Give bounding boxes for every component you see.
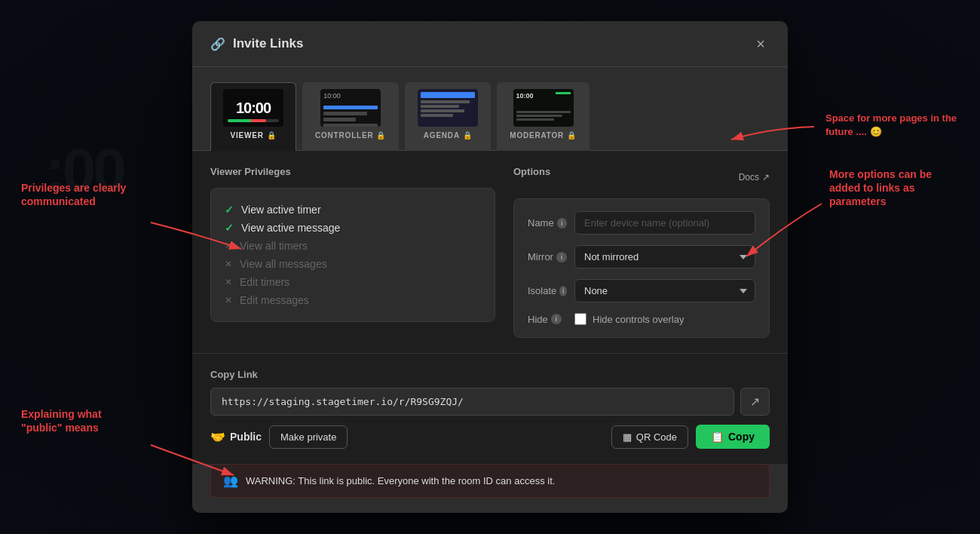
public-icon: 🤝 bbox=[210, 430, 225, 444]
controller-lock-icon: 🔒 bbox=[376, 131, 386, 140]
mod-rows bbox=[516, 111, 571, 122]
docs-link[interactable]: Docs ↗ bbox=[739, 172, 770, 183]
copy-icon: 📋 bbox=[711, 431, 724, 443]
options-box: Name i Mirror i Not mirrored Mirrored bbox=[513, 198, 770, 338]
ctrl-row3 bbox=[323, 118, 356, 121]
tab-moderator-label: MODERATOR 🔒 bbox=[510, 131, 577, 140]
name-info-icon[interactable]: i bbox=[557, 218, 567, 229]
modal-title-text: Invite Links bbox=[233, 36, 304, 51]
viewer-time-display: 10:00 bbox=[236, 100, 271, 115]
right-actions: ▦ QR Code 📋 Copy bbox=[611, 425, 770, 449]
invite-links-modal: 🔗 Invite Links × 10:00 VIEWER 🔒 10:00 bbox=[192, 21, 788, 513]
option-row-mirror: Mirror i Not mirrored Mirrored bbox=[528, 245, 755, 269]
copy-link-title: Copy Link bbox=[210, 369, 770, 380]
priv-text-1: View active message bbox=[241, 222, 340, 234]
agenda-row1 bbox=[421, 100, 470, 103]
modal-header: 🔗 Invite Links × bbox=[192, 21, 788, 67]
priv-check-0: ✓ bbox=[225, 204, 234, 216]
hide-label: Hide i bbox=[528, 314, 567, 325]
tab-moderator-thumbnail: 10:00 bbox=[513, 89, 574, 127]
priv-text-3: View all messages bbox=[240, 258, 327, 270]
open-link-button[interactable]: ↗ bbox=[740, 388, 770, 416]
hide-info-icon[interactable]: i bbox=[551, 314, 562, 324]
priv-text-2: View all timers bbox=[240, 240, 308, 252]
qr-icon: ▦ bbox=[623, 431, 632, 443]
public-label: Public bbox=[230, 431, 262, 443]
priv-x-2: ✕ bbox=[225, 241, 232, 251]
ctrl-row4 bbox=[323, 124, 378, 127]
hide-checkbox-row: Hide controls overlay bbox=[574, 313, 684, 325]
public-section: 🤝 Public Make private bbox=[210, 425, 348, 449]
annotation-privileges: Privileges are clearly communicated bbox=[21, 181, 142, 208]
mod-row3 bbox=[516, 118, 554, 121]
priv-item-5: ✕ Edit messages bbox=[225, 291, 481, 309]
tab-controller-label: CONTROLLER 🔒 bbox=[315, 131, 386, 140]
external-icon: ↗ bbox=[762, 172, 770, 183]
tab-bar: 10:00 VIEWER 🔒 10:00 bbox=[192, 67, 788, 151]
priv-item-2: ✕ View all timers bbox=[225, 237, 481, 255]
priv-x-3: ✕ bbox=[225, 259, 232, 269]
priv-x-4: ✕ bbox=[225, 277, 232, 287]
option-row-hide: Hide i Hide controls overlay bbox=[528, 313, 755, 325]
copy-link-section: Copy Link ↗ 🤝 Public Make private ▦ QR C… bbox=[192, 353, 788, 464]
tab-agenda-label: AGENDA 🔒 bbox=[424, 131, 473, 140]
mirror-info-icon[interactable]: i bbox=[556, 252, 567, 262]
tab-viewer-label: VIEWER 🔒 bbox=[230, 131, 276, 140]
warning-icon: 👥 bbox=[223, 474, 238, 488]
hide-checkbox[interactable] bbox=[574, 313, 586, 325]
options-panel: Options Docs ↗ Name i bbox=[513, 166, 770, 338]
viewer-progress-bar bbox=[228, 119, 279, 122]
name-input[interactable] bbox=[574, 211, 755, 235]
isolate-info-icon[interactable]: i bbox=[559, 286, 567, 296]
agenda-highlight bbox=[421, 92, 475, 98]
link-icon: 🔗 bbox=[210, 37, 225, 51]
tab-controller[interactable]: 10:00 CONTROLLER 🔒 bbox=[302, 82, 399, 151]
tab-agenda[interactable]: AGENDA 🔒 bbox=[405, 82, 491, 151]
tab-viewer[interactable]: 10:00 VIEWER 🔒 bbox=[210, 82, 296, 151]
tab-viewer-thumbnail: 10:00 bbox=[223, 89, 283, 127]
mod-row2 bbox=[516, 115, 562, 117]
tab-moderator[interactable]: 10:00 MODERATOR 🔒 bbox=[497, 82, 590, 151]
controller-time-small: 10:00 bbox=[323, 92, 341, 100]
mirror-label: Mirror i bbox=[528, 251, 567, 262]
isolate-label: Isolate i bbox=[528, 285, 567, 296]
warning-banner: 👥 WARNING: This link is public. Everyone… bbox=[210, 464, 770, 498]
options-title: Options bbox=[513, 166, 550, 177]
external-link-icon: ↗ bbox=[750, 394, 760, 409]
privileges-box: ✓ View active timer ✓ View active messag… bbox=[210, 188, 495, 322]
annotation-more-options: More options can be added to links as pa… bbox=[829, 167, 957, 209]
copy-button[interactable]: 📋 Copy bbox=[696, 425, 770, 449]
qr-label: QR Code bbox=[636, 431, 677, 443]
agenda-lock-icon: 🔒 bbox=[463, 131, 473, 140]
mod-bar bbox=[556, 92, 571, 94]
mirror-select[interactable]: Not mirrored Mirrored bbox=[574, 245, 755, 269]
hide-checkbox-label: Hide controls overlay bbox=[593, 314, 684, 325]
annotation-future: Space for more pages in the future .... … bbox=[825, 112, 957, 139]
moderator-lock-icon: 🔒 bbox=[567, 131, 577, 140]
isolate-select[interactable]: None Group 1 Group 2 bbox=[574, 279, 755, 302]
priv-item-0: ✓ View active timer bbox=[225, 201, 481, 219]
privileges-title: Viewer Privileges bbox=[210, 166, 495, 177]
agenda-row2 bbox=[421, 105, 458, 108]
tab-controller-thumbnail: 10:00 bbox=[320, 89, 381, 127]
modal-close-button[interactable]: × bbox=[752, 35, 770, 53]
ctrl-row1 bbox=[323, 106, 378, 109]
priv-item-1: ✓ View active message bbox=[225, 219, 481, 237]
qr-code-button[interactable]: ▦ QR Code bbox=[611, 425, 688, 449]
priv-x-5: ✕ bbox=[225, 295, 232, 305]
name-label: Name i bbox=[528, 217, 567, 229]
priv-item-4: ✕ Edit timers bbox=[225, 273, 481, 291]
public-badge: 🤝 Public bbox=[210, 430, 262, 444]
annotation-explaining: Explaining what "public" means bbox=[21, 407, 142, 434]
tab-agenda-thumbnail bbox=[418, 89, 478, 127]
link-url-input[interactable] bbox=[210, 388, 734, 416]
option-row-name: Name i bbox=[528, 211, 755, 235]
priv-item-3: ✕ View all messages bbox=[225, 255, 481, 273]
viewer-progress-fill bbox=[228, 119, 266, 122]
priv-text-4: Edit timers bbox=[240, 276, 289, 288]
priv-check-1: ✓ bbox=[225, 222, 234, 234]
viewer-lock-icon: 🔒 bbox=[267, 131, 277, 140]
agenda-row4 bbox=[421, 114, 453, 117]
make-private-button[interactable]: Make private bbox=[269, 425, 348, 449]
mod-row1 bbox=[516, 111, 571, 113]
